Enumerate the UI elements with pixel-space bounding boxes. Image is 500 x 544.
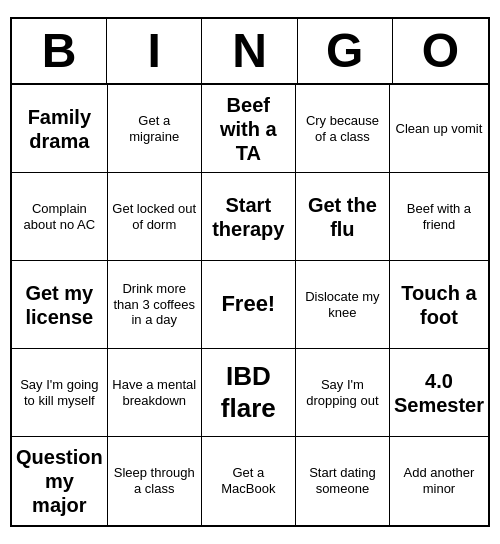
bingo-cell-14: Touch a foot (390, 261, 488, 349)
bingo-cell-10: Get my license (12, 261, 108, 349)
bingo-cell-13: Dislocate my knee (296, 261, 390, 349)
bingo-cell-22: Get a MacBook (202, 437, 296, 525)
bingo-cell-16: Have a mental breakdown (108, 349, 202, 437)
bingo-cell-0: Family drama (12, 85, 108, 173)
bingo-letter-n: N (202, 19, 297, 83)
bingo-cell-21: Sleep through a class (108, 437, 202, 525)
bingo-card: BINGO Family dramaGet a migraineBeef wit… (10, 17, 490, 527)
bingo-cell-18: Say I'm dropping out (296, 349, 390, 437)
bingo-cell-1: Get a migraine (108, 85, 202, 173)
bingo-letter-i: I (107, 19, 202, 83)
bingo-letter-o: O (393, 19, 488, 83)
bingo-grid: Family dramaGet a migraineBeef with a TA… (12, 85, 488, 525)
bingo-cell-7: Start therapy (202, 173, 296, 261)
bingo-cell-11: Drink more than 3 coffees in a day (108, 261, 202, 349)
bingo-cell-4: Clean up vomit (390, 85, 488, 173)
bingo-cell-6: Get locked out of dorm (108, 173, 202, 261)
bingo-cell-3: Cry because of a class (296, 85, 390, 173)
bingo-cell-8: Get the flu (296, 173, 390, 261)
bingo-cell-2: Beef with a TA (202, 85, 296, 173)
bingo-letter-g: G (298, 19, 393, 83)
bingo-cell-24: Add another minor (390, 437, 488, 525)
bingo-cell-20: Question my major (12, 437, 108, 525)
bingo-cell-19: 4.0 Semester (390, 349, 488, 437)
bingo-letter-b: B (12, 19, 107, 83)
bingo-cell-5: Complain about no AC (12, 173, 108, 261)
bingo-cell-17: IBD flare (202, 349, 296, 437)
bingo-header: BINGO (12, 19, 488, 85)
bingo-cell-9: Beef with a friend (390, 173, 488, 261)
bingo-cell-12: Free! (202, 261, 296, 349)
bingo-cell-15: Say I'm going to kill myself (12, 349, 108, 437)
bingo-cell-23: Start dating someone (296, 437, 390, 525)
